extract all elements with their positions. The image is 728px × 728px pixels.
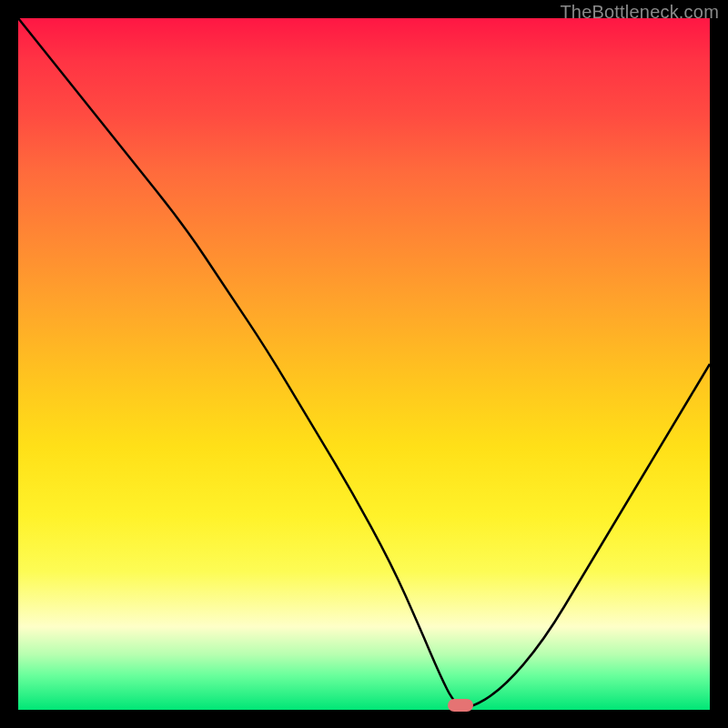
chart-container: TheBottleneck.com: [0, 0, 728, 728]
bottleneck-curve: [18, 18, 710, 710]
plot-area: [18, 18, 710, 710]
watermark-text: TheBottleneck.com: [560, 2, 719, 23]
optimal-marker: [448, 699, 473, 712]
